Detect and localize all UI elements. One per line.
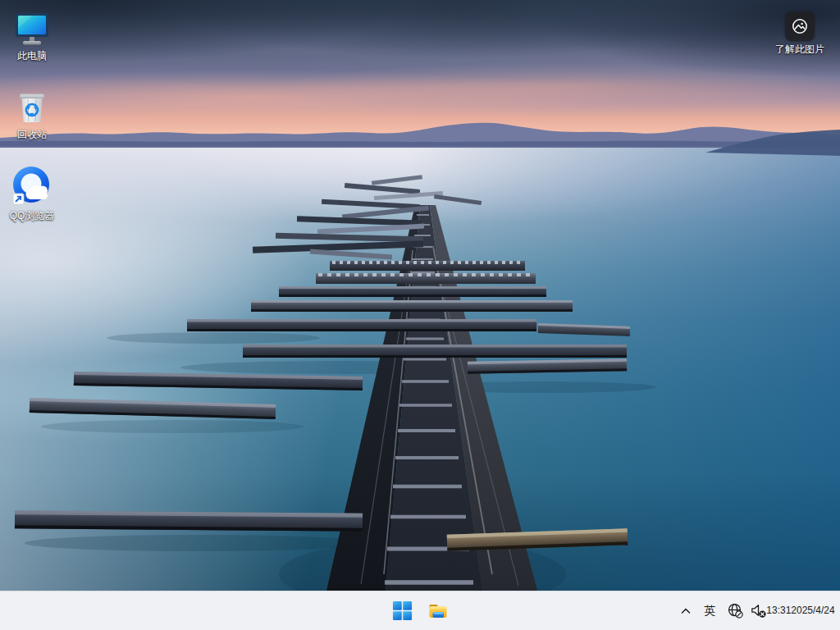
wallpaper-pier-art xyxy=(0,0,840,591)
icon-label-recycle-bin: 回收站 xyxy=(17,129,47,140)
desktop-icon-learn-about-picture[interactable]: 了解此图片 xyxy=(759,8,840,55)
this-pc-icon xyxy=(13,7,51,48)
desktop-icon-this-pc[interactable]: 此电脑 xyxy=(1,7,63,62)
picture-circle-icon xyxy=(785,11,815,41)
icon-label-learn-about-picture: 了解此图片 xyxy=(775,43,824,55)
ime-indicator[interactable]: 英 xyxy=(697,595,722,628)
file-explorer-button[interactable] xyxy=(422,595,454,628)
icon-label-qq-browser: QQ浏览器 xyxy=(10,210,55,221)
start-button[interactable] xyxy=(386,595,418,628)
taskbar-clock[interactable]: 13:31 2025/4/24 xyxy=(771,595,835,628)
network-volume-button[interactable] xyxy=(722,595,771,628)
clock-time: 13:31 xyxy=(766,605,791,617)
chevron-up-icon xyxy=(679,605,692,618)
file-explorer-icon xyxy=(427,600,449,622)
clock-date: 2025/4/24 xyxy=(791,605,834,617)
recycle-bin-icon xyxy=(14,85,50,126)
globe-no-internet-icon xyxy=(727,602,744,619)
desktop-icon-recycle-bin[interactable]: 回收站 xyxy=(1,85,63,140)
windows-start-icon xyxy=(392,600,413,621)
desktop-surface[interactable]: 此电脑 xyxy=(0,0,840,630)
qq-browser-icon xyxy=(11,163,53,208)
taskbar: 英 13:31 2025/4/24 xyxy=(0,591,840,630)
tray-hidden-icons-button[interactable] xyxy=(674,595,697,628)
speaker-muted-icon xyxy=(750,602,767,619)
icon-label-this-pc: 此电脑 xyxy=(17,50,47,62)
desktop-icon-qq-browser[interactable]: QQ浏览器 xyxy=(1,163,63,221)
